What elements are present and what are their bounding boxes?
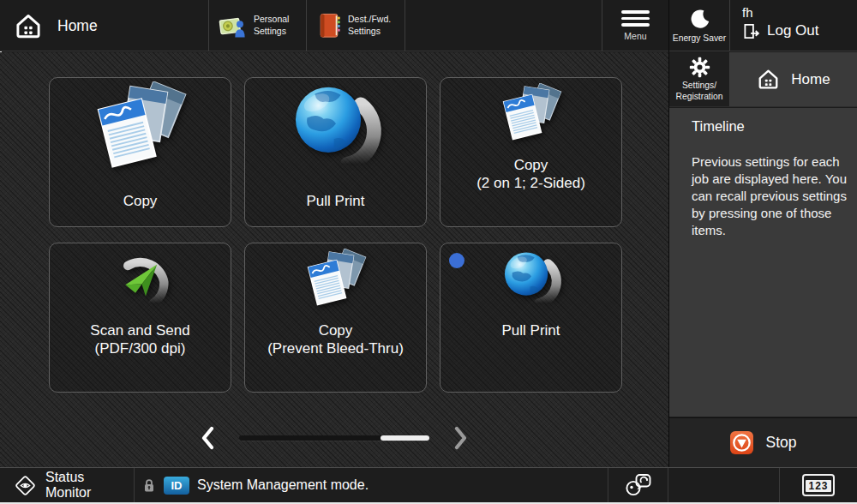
screen-title: Home xyxy=(14,0,98,51)
next-page-button[interactable] xyxy=(452,425,469,451)
personal-settings-label: Personal Settings xyxy=(254,14,289,37)
home-icon xyxy=(757,69,780,90)
tile-label: Copy (Prevent Bleed-Thru) xyxy=(267,322,404,357)
page-navigation xyxy=(0,421,668,455)
status-monitor-button[interactable]: Status Monitor xyxy=(0,468,135,502)
status-monitor-icon xyxy=(14,474,37,497)
screen-title-label: Home xyxy=(57,17,98,35)
personal-settings-button[interactable]: Personal Settings xyxy=(208,0,306,51)
tile-copy-prevent-bleed-thru[interactable]: Copy (Prevent Bleed-Thru) xyxy=(244,243,427,393)
stop-button[interactable]: Stop xyxy=(669,417,857,467)
printer-home-screen: Home Personal Settings Dest./Fwd. Settin… xyxy=(0,0,857,504)
tile-scan-and-send[interactable]: Scan and Send (PDF/300 dpi) xyxy=(49,243,231,393)
tile-label: Pull Print xyxy=(501,322,560,340)
gear-icon xyxy=(689,57,710,78)
stop-label: Stop xyxy=(766,434,797,452)
counter-label: 123 xyxy=(806,480,830,492)
document-stack-icon xyxy=(304,249,368,312)
personal-settings-icon xyxy=(219,13,248,39)
right-panel-top-row: Energy Saver fh Log Out xyxy=(669,0,857,51)
system-status-area: ID System Management mode. xyxy=(135,468,608,502)
menu-button[interactable]: Menu xyxy=(602,0,668,51)
tile-label: Pull Print xyxy=(306,193,364,211)
menu-label: Menu xyxy=(624,31,646,41)
tile-copy[interactable]: Copy xyxy=(49,77,231,227)
address-book-icon xyxy=(316,12,342,39)
document-stack-icon xyxy=(500,83,563,147)
tile-copy-2on1-2sided[interactable]: Copy (2 on 1; 2-Sided) xyxy=(440,77,622,227)
counter-icon: 123 xyxy=(802,474,834,496)
dest-fwd-settings-label: Dest./Fwd. Settings xyxy=(348,14,391,37)
right-panel-nav-row: Settings/ Registration Home xyxy=(669,52,857,107)
log-out-label: Log Out xyxy=(767,22,819,39)
home-nav-button[interactable]: Home xyxy=(730,52,857,106)
log-out-button[interactable]: fh Log Out xyxy=(730,0,857,51)
dest-fwd-settings-button[interactable]: Dest./Fwd. Settings xyxy=(306,0,405,51)
previous-page-button[interactable] xyxy=(200,425,217,451)
energy-saver-button[interactable]: Energy Saver xyxy=(669,0,730,51)
bottom-bar-spacer xyxy=(668,468,779,502)
moon-icon xyxy=(689,9,710,30)
page-scrollbar-thumb[interactable] xyxy=(381,435,429,441)
bottom-status-bar: Status Monitor ID System Management mode… xyxy=(0,467,857,502)
system-message: System Management mode. xyxy=(197,477,369,493)
timeline-description: Previous settings for each job are displ… xyxy=(692,153,853,239)
log-out-icon xyxy=(742,23,760,39)
page-scrollbar[interactable] xyxy=(239,435,429,441)
globe-icon xyxy=(500,249,563,312)
tile-pull-print[interactable]: Pull Print xyxy=(244,77,427,227)
tile-label: Copy xyxy=(123,193,158,211)
home-icon xyxy=(14,13,43,39)
settings-registration-label: Settings/ Registration xyxy=(676,81,723,103)
tile-label: Scan and Send (PDF/300 dpi) xyxy=(90,322,189,357)
document-stack-icon xyxy=(93,81,189,177)
counter-check-button[interactable]: 123 xyxy=(779,468,857,502)
id-badge: ID xyxy=(164,477,189,495)
settings-registration-button[interactable]: Settings/ Registration xyxy=(669,52,730,106)
tile-pull-print-personal[interactable]: Pull Print xyxy=(440,243,622,393)
globe-icon xyxy=(288,81,384,177)
timeline-title: Timeline xyxy=(692,118,857,135)
tile-label: Copy (2 on 1; 2-Sided) xyxy=(476,157,585,192)
hamburger-icon xyxy=(621,10,650,27)
lock-icon xyxy=(142,477,156,493)
top-bar: Home Personal Settings Dest./Fwd. Settin… xyxy=(0,0,668,51)
stop-key-icon xyxy=(730,431,753,454)
home-nav-label: Home xyxy=(791,71,830,88)
status-monitor-label: Status Monitor xyxy=(45,470,134,501)
energy-saver-label: Energy Saver xyxy=(673,33,726,43)
user-name: fh xyxy=(742,5,857,20)
timeline-panel: Timeline Previous settings for each job … xyxy=(669,108,857,417)
paper-plane-icon xyxy=(106,249,175,312)
personal-button-indicator xyxy=(449,253,464,268)
voice-guide-icon xyxy=(624,472,653,498)
voice-guide-button[interactable] xyxy=(608,468,668,502)
home-tiles-area: Copy Pull Print Copy (2 on 1; 2-Sided) S… xyxy=(0,52,668,467)
right-panel: Energy Saver fh Log Out Settings/ Regist… xyxy=(668,0,857,467)
